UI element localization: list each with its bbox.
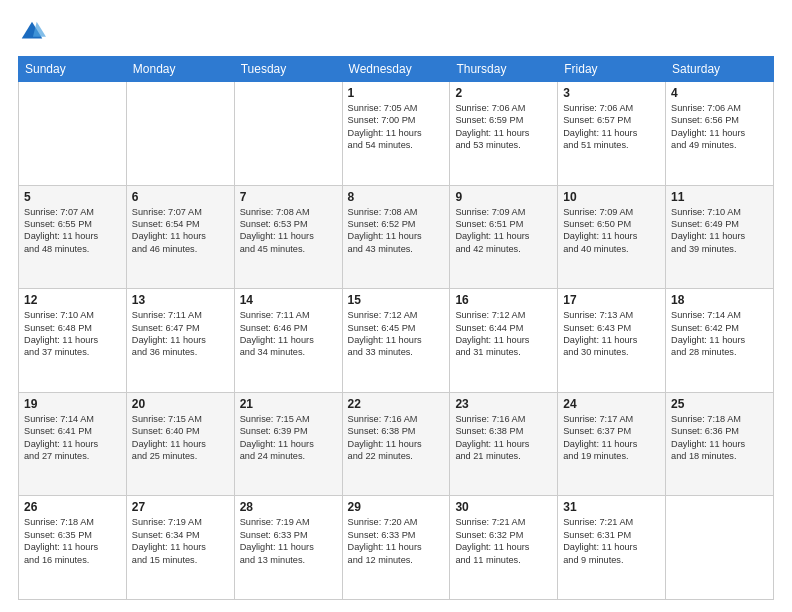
day-number: 12 (24, 293, 121, 307)
day-number: 10 (563, 190, 660, 204)
day-number: 11 (671, 190, 768, 204)
day-cell: 22Sunrise: 7:16 AM Sunset: 6:38 PM Dayli… (342, 392, 450, 496)
day-number: 27 (132, 500, 229, 514)
day-info: Sunrise: 7:06 AM Sunset: 6:57 PM Dayligh… (563, 102, 660, 152)
day-cell: 1Sunrise: 7:05 AM Sunset: 7:00 PM Daylig… (342, 82, 450, 186)
day-cell: 3Sunrise: 7:06 AM Sunset: 6:57 PM Daylig… (558, 82, 666, 186)
day-header-sunday: Sunday (19, 57, 127, 82)
day-cell: 28Sunrise: 7:19 AM Sunset: 6:33 PM Dayli… (234, 496, 342, 600)
day-info: Sunrise: 7:11 AM Sunset: 6:47 PM Dayligh… (132, 309, 229, 359)
week-row-4: 26Sunrise: 7:18 AM Sunset: 6:35 PM Dayli… (19, 496, 774, 600)
day-info: Sunrise: 7:13 AM Sunset: 6:43 PM Dayligh… (563, 309, 660, 359)
day-cell: 11Sunrise: 7:10 AM Sunset: 6:49 PM Dayli… (666, 185, 774, 289)
day-cell: 19Sunrise: 7:14 AM Sunset: 6:41 PM Dayli… (19, 392, 127, 496)
day-cell: 4Sunrise: 7:06 AM Sunset: 6:56 PM Daylig… (666, 82, 774, 186)
day-cell: 5Sunrise: 7:07 AM Sunset: 6:55 PM Daylig… (19, 185, 127, 289)
day-number: 20 (132, 397, 229, 411)
day-header-friday: Friday (558, 57, 666, 82)
day-info: Sunrise: 7:11 AM Sunset: 6:46 PM Dayligh… (240, 309, 337, 359)
day-number: 7 (240, 190, 337, 204)
day-cell: 27Sunrise: 7:19 AM Sunset: 6:34 PM Dayli… (126, 496, 234, 600)
day-info: Sunrise: 7:08 AM Sunset: 6:52 PM Dayligh… (348, 206, 445, 256)
day-header-monday: Monday (126, 57, 234, 82)
day-number: 15 (348, 293, 445, 307)
day-cell: 16Sunrise: 7:12 AM Sunset: 6:44 PM Dayli… (450, 289, 558, 393)
day-number: 22 (348, 397, 445, 411)
day-header-thursday: Thursday (450, 57, 558, 82)
day-cell (19, 82, 127, 186)
day-cell: 20Sunrise: 7:15 AM Sunset: 6:40 PM Dayli… (126, 392, 234, 496)
day-number: 30 (455, 500, 552, 514)
day-cell: 6Sunrise: 7:07 AM Sunset: 6:54 PM Daylig… (126, 185, 234, 289)
day-info: Sunrise: 7:16 AM Sunset: 6:38 PM Dayligh… (455, 413, 552, 463)
day-info: Sunrise: 7:08 AM Sunset: 6:53 PM Dayligh… (240, 206, 337, 256)
week-row-0: 1Sunrise: 7:05 AM Sunset: 7:00 PM Daylig… (19, 82, 774, 186)
day-number: 6 (132, 190, 229, 204)
day-number: 31 (563, 500, 660, 514)
week-row-3: 19Sunrise: 7:14 AM Sunset: 6:41 PM Dayli… (19, 392, 774, 496)
day-info: Sunrise: 7:18 AM Sunset: 6:36 PM Dayligh… (671, 413, 768, 463)
day-number: 28 (240, 500, 337, 514)
day-info: Sunrise: 7:07 AM Sunset: 6:55 PM Dayligh… (24, 206, 121, 256)
day-number: 19 (24, 397, 121, 411)
day-number: 5 (24, 190, 121, 204)
day-number: 26 (24, 500, 121, 514)
day-info: Sunrise: 7:21 AM Sunset: 6:31 PM Dayligh… (563, 516, 660, 566)
day-info: Sunrise: 7:06 AM Sunset: 6:59 PM Dayligh… (455, 102, 552, 152)
day-info: Sunrise: 7:09 AM Sunset: 6:51 PM Dayligh… (455, 206, 552, 256)
svg-marker-1 (33, 22, 46, 37)
day-info: Sunrise: 7:21 AM Sunset: 6:32 PM Dayligh… (455, 516, 552, 566)
day-number: 23 (455, 397, 552, 411)
day-number: 29 (348, 500, 445, 514)
day-info: Sunrise: 7:16 AM Sunset: 6:38 PM Dayligh… (348, 413, 445, 463)
day-number: 18 (671, 293, 768, 307)
day-cell: 12Sunrise: 7:10 AM Sunset: 6:48 PM Dayli… (19, 289, 127, 393)
day-header-tuesday: Tuesday (234, 57, 342, 82)
day-number: 1 (348, 86, 445, 100)
day-number: 14 (240, 293, 337, 307)
day-cell (126, 82, 234, 186)
day-info: Sunrise: 7:18 AM Sunset: 6:35 PM Dayligh… (24, 516, 121, 566)
day-info: Sunrise: 7:14 AM Sunset: 6:41 PM Dayligh… (24, 413, 121, 463)
day-cell: 9Sunrise: 7:09 AM Sunset: 6:51 PM Daylig… (450, 185, 558, 289)
day-info: Sunrise: 7:20 AM Sunset: 6:33 PM Dayligh… (348, 516, 445, 566)
day-info: Sunrise: 7:12 AM Sunset: 6:44 PM Dayligh… (455, 309, 552, 359)
day-info: Sunrise: 7:09 AM Sunset: 6:50 PM Dayligh… (563, 206, 660, 256)
day-number: 17 (563, 293, 660, 307)
day-number: 4 (671, 86, 768, 100)
day-info: Sunrise: 7:10 AM Sunset: 6:49 PM Dayligh… (671, 206, 768, 256)
day-number: 9 (455, 190, 552, 204)
day-number: 13 (132, 293, 229, 307)
day-header-saturday: Saturday (666, 57, 774, 82)
day-info: Sunrise: 7:19 AM Sunset: 6:33 PM Dayligh… (240, 516, 337, 566)
day-number: 21 (240, 397, 337, 411)
day-info: Sunrise: 7:10 AM Sunset: 6:48 PM Dayligh… (24, 309, 121, 359)
day-number: 8 (348, 190, 445, 204)
calendar-body: 1Sunrise: 7:05 AM Sunset: 7:00 PM Daylig… (19, 82, 774, 600)
calendar: SundayMondayTuesdayWednesdayThursdayFrid… (18, 56, 774, 600)
day-cell: 30Sunrise: 7:21 AM Sunset: 6:32 PM Dayli… (450, 496, 558, 600)
day-info: Sunrise: 7:14 AM Sunset: 6:42 PM Dayligh… (671, 309, 768, 359)
day-cell: 25Sunrise: 7:18 AM Sunset: 6:36 PM Dayli… (666, 392, 774, 496)
day-cell: 13Sunrise: 7:11 AM Sunset: 6:47 PM Dayli… (126, 289, 234, 393)
day-number: 16 (455, 293, 552, 307)
day-cell: 31Sunrise: 7:21 AM Sunset: 6:31 PM Dayli… (558, 496, 666, 600)
logo (18, 18, 50, 46)
day-info: Sunrise: 7:12 AM Sunset: 6:45 PM Dayligh… (348, 309, 445, 359)
day-info: Sunrise: 7:07 AM Sunset: 6:54 PM Dayligh… (132, 206, 229, 256)
week-row-2: 12Sunrise: 7:10 AM Sunset: 6:48 PM Dayli… (19, 289, 774, 393)
day-cell: 23Sunrise: 7:16 AM Sunset: 6:38 PM Dayli… (450, 392, 558, 496)
logo-icon (18, 18, 46, 46)
day-cell: 7Sunrise: 7:08 AM Sunset: 6:53 PM Daylig… (234, 185, 342, 289)
calendar-header: SundayMondayTuesdayWednesdayThursdayFrid… (19, 57, 774, 82)
day-cell: 26Sunrise: 7:18 AM Sunset: 6:35 PM Dayli… (19, 496, 127, 600)
day-cell: 17Sunrise: 7:13 AM Sunset: 6:43 PM Dayli… (558, 289, 666, 393)
day-info: Sunrise: 7:06 AM Sunset: 6:56 PM Dayligh… (671, 102, 768, 152)
day-number: 2 (455, 86, 552, 100)
day-cell: 29Sunrise: 7:20 AM Sunset: 6:33 PM Dayli… (342, 496, 450, 600)
day-cell: 2Sunrise: 7:06 AM Sunset: 6:59 PM Daylig… (450, 82, 558, 186)
header-row: SundayMondayTuesdayWednesdayThursdayFrid… (19, 57, 774, 82)
day-info: Sunrise: 7:17 AM Sunset: 6:37 PM Dayligh… (563, 413, 660, 463)
day-cell (666, 496, 774, 600)
day-cell: 8Sunrise: 7:08 AM Sunset: 6:52 PM Daylig… (342, 185, 450, 289)
